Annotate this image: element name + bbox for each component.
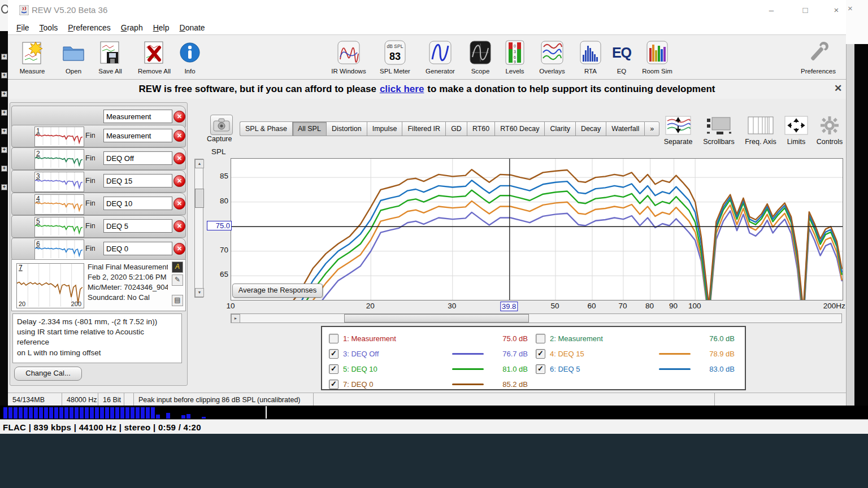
y-tick-label: 85 bbox=[205, 172, 228, 180]
scroll-down-icon[interactable] bbox=[195, 288, 204, 297]
selected-measurement-thumbnail[interactable]: 7 20 200 bbox=[16, 263, 84, 308]
delete-measurement-icon[interactable] bbox=[173, 220, 185, 232]
average-responses-button[interactable]: Average the Responses bbox=[232, 284, 323, 298]
tab-all-spl[interactable]: All SPL bbox=[292, 121, 326, 136]
delete-measurement-icon[interactable] bbox=[173, 175, 185, 187]
legend-checkbox[interactable] bbox=[536, 349, 545, 359]
ir-windows-button[interactable]: IR Windows bbox=[328, 38, 370, 75]
menu-graph[interactable]: Graph bbox=[116, 22, 148, 33]
selected-measurement-row[interactable]: 7 20 200 Final Final Measurement Feb 2, … bbox=[11, 259, 186, 311]
scope-button[interactable]: Scope bbox=[466, 38, 495, 75]
measurement-name-input[interactable] bbox=[103, 219, 172, 233]
legend-checkbox[interactable] bbox=[329, 364, 338, 374]
x-tick-label: 30 bbox=[448, 302, 456, 310]
rta-button[interactable]: RTA bbox=[578, 38, 604, 75]
eq-button[interactable]: EQ EQ bbox=[609, 38, 634, 75]
room-sim-button[interactable]: Room Sim bbox=[640, 38, 675, 75]
capture-button[interactable] bbox=[210, 115, 233, 135]
measurement-thumbnail[interactable]: 5 bbox=[34, 217, 84, 237]
measurement-row[interactable]: 4 Fin bbox=[11, 193, 186, 215]
preferences-button[interactable]: Preferences bbox=[798, 38, 839, 75]
overlays-button[interactable]: Overlays bbox=[535, 38, 570, 75]
tab-distortion[interactable]: Distortion bbox=[326, 121, 367, 136]
tab-rt60[interactable]: RT60 bbox=[467, 121, 494, 136]
measurement-thumbnail[interactable]: 4 bbox=[34, 194, 84, 215]
tab-rt60-decay[interactable]: RT60 Decay bbox=[494, 121, 544, 136]
separate-button[interactable]: Separate bbox=[658, 115, 698, 146]
tab-impulse[interactable]: Impulse bbox=[367, 121, 402, 136]
menu-file[interactable]: File bbox=[11, 22, 34, 33]
tab-clarity[interactable]: Clarity bbox=[544, 121, 575, 136]
menu-preferences[interactable]: Preferences bbox=[63, 22, 116, 33]
x-tick-label: 20 bbox=[366, 302, 375, 310]
minimize-button[interactable]: – bbox=[763, 4, 780, 16]
menu-tools[interactable]: Tools bbox=[34, 22, 63, 33]
legend-checkbox[interactable] bbox=[329, 380, 338, 389]
measurement-thumbnail[interactable]: 1 bbox=[34, 127, 84, 147]
edit-pencil-icon[interactable]: ✎ bbox=[172, 274, 183, 286]
banner-close-icon[interactable]: ✕ bbox=[834, 82, 842, 94]
measurement-notes[interactable]: Delay -2.334 ms (-801 mm, -(2 ft 7.52 in… bbox=[12, 313, 182, 363]
measurement-thumbnail[interactable]: 2 bbox=[34, 149, 84, 169]
legend-checkbox[interactable] bbox=[536, 334, 545, 343]
trace-style-icon[interactable]: A bbox=[172, 262, 183, 273]
measurement-name-input[interactable] bbox=[103, 242, 172, 255]
info-button[interactable]: Info bbox=[179, 38, 201, 75]
limits-button[interactable]: Limits bbox=[780, 115, 813, 146]
measurement-row[interactable]: 5 Fin bbox=[11, 215, 186, 238]
controls-button[interactable]: Controls bbox=[814, 115, 845, 146]
delete-measurement-icon[interactable] bbox=[173, 111, 185, 123]
close-button[interactable]: × bbox=[828, 4, 845, 16]
measurement-row[interactable]: 1 Fin bbox=[11, 125, 186, 147]
measurement-thumbnail[interactable]: 3 bbox=[34, 172, 84, 192]
measure-button[interactable]: Measure bbox=[15, 38, 50, 75]
measurement-row[interactable]: 6 Fin bbox=[11, 238, 186, 260]
legend-row: 7: DEQ 0 85.2 dB bbox=[329, 377, 528, 391]
player-status-bar: FLAC | 839 kbps | 44100 Hz | stereo | 0:… bbox=[0, 419, 868, 434]
vertical-scrollbar-thumb[interactable] bbox=[195, 189, 204, 208]
vertical-scrollbar[interactable] bbox=[194, 159, 203, 298]
horizontal-scrollbar-thumb[interactable] bbox=[344, 314, 529, 323]
measurement-name-input[interactable] bbox=[103, 129, 172, 142]
tab-filtered-ir[interactable]: Filtered IR bbox=[402, 121, 445, 136]
measurement-thumbnail[interactable]: 6 bbox=[34, 239, 84, 260]
tab-gd[interactable]: GD bbox=[445, 121, 467, 136]
delete-measurement-icon[interactable] bbox=[173, 130, 185, 142]
notes-doc-icon[interactable]: ▤ bbox=[172, 295, 183, 306]
legend-checkbox[interactable] bbox=[536, 364, 545, 374]
spl-meter-button[interactable]: dB SPL 83 SPL Meter bbox=[376, 38, 414, 75]
menu-donate[interactable]: Donate bbox=[175, 22, 210, 33]
horizontal-scrollbar[interactable] bbox=[231, 313, 842, 323]
remove-all-button[interactable]: Remove All bbox=[133, 38, 175, 75]
measurement-name-input[interactable] bbox=[103, 197, 172, 210]
maximize-button[interactable]: □ bbox=[797, 4, 814, 16]
delete-measurement-icon[interactable] bbox=[173, 243, 185, 255]
donation-link[interactable]: click here bbox=[380, 84, 424, 95]
freq-axis-button[interactable]: Freq. Axis bbox=[740, 115, 781, 146]
open-button[interactable]: Open bbox=[59, 38, 88, 75]
menu-help[interactable]: Help bbox=[148, 22, 175, 33]
svg-text:dB SPL: dB SPL bbox=[387, 43, 403, 49]
scrollbars-button[interactable]: Scrollbars bbox=[698, 115, 739, 146]
tab-spl-phase[interactable]: SPL & Phase bbox=[240, 121, 292, 136]
tab-decay[interactable]: Decay bbox=[575, 121, 606, 136]
scroll-up-icon[interactable] bbox=[195, 159, 204, 168]
legend-checkbox[interactable] bbox=[329, 349, 338, 359]
measurement-row[interactable]: 3 Fin bbox=[11, 170, 186, 193]
spl-chart[interactable]: Average the Responses bbox=[231, 158, 843, 300]
generator-button[interactable]: Generator bbox=[422, 38, 459, 75]
tab-waterfall[interactable]: Waterfall bbox=[606, 121, 644, 136]
levels-button[interactable]: 0 3 6 9 Levels bbox=[500, 38, 530, 75]
measurement-name-input[interactable] bbox=[103, 174, 172, 188]
change-cal-button[interactable]: Change Cal... bbox=[14, 367, 82, 381]
delete-measurement-icon[interactable] bbox=[173, 198, 185, 210]
measurement-name-input[interactable] bbox=[103, 151, 172, 165]
save-all-button[interactable]: Save All bbox=[94, 38, 127, 75]
measurement-name-input[interactable] bbox=[103, 110, 172, 123]
measurement-row[interactable]: 2 Fin bbox=[11, 147, 186, 170]
legend-checkbox[interactable] bbox=[329, 334, 338, 343]
scroll-right-icon[interactable] bbox=[231, 314, 240, 323]
spl-meter-icon: dB SPL 83 bbox=[376, 38, 414, 67]
delete-measurement-icon[interactable] bbox=[173, 152, 185, 164]
rew-window: REW V5.20 Beta 36 – □ × File Tools Prefe… bbox=[8, 0, 847, 406]
